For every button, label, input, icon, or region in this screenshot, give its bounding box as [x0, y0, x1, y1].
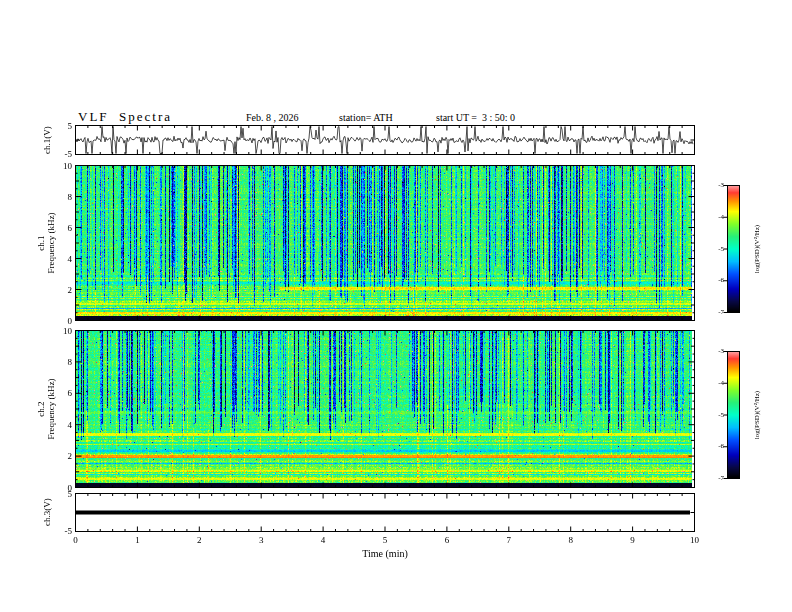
- colorbar2-tick-label: -7: [706, 474, 724, 482]
- x-tick-label: 10: [683, 535, 707, 545]
- spec2-y-tick-label: 2: [50, 451, 72, 461]
- colorbar1-tick-label: -7: [706, 308, 724, 316]
- colorbar2-tick-label: -4: [706, 379, 724, 387]
- ch1-channel-label: ch.1: [36, 212, 46, 273]
- spec1-y-tick-label: 2: [50, 285, 72, 295]
- time-axis-label: Time (min): [345, 548, 425, 559]
- x-tick-label: 1: [125, 535, 149, 545]
- spec2-y-tick-label: 6: [50, 388, 72, 398]
- x-tick-label: 4: [311, 535, 335, 545]
- spec1-y-tick-label: 10: [50, 161, 72, 171]
- colorbar1-tick-label: -5: [706, 245, 724, 253]
- colorbar2-tick-label: -5: [706, 411, 724, 419]
- spec1-y-tick-label: 0: [50, 316, 72, 326]
- spec2-y-tick-label: 4: [50, 420, 72, 430]
- x-tick-label: 7: [497, 535, 521, 545]
- spec1-y-tick-label: 4: [50, 254, 72, 264]
- colorbar1-label: log(PSD)(V²/Hz): [752, 225, 762, 273]
- ch1-ymin-label: -5: [50, 149, 72, 159]
- colorbar2-label: log(PSD)(V²/Hz): [752, 391, 762, 439]
- ch3-voltage-axis-label: ch.3(V): [42, 498, 52, 526]
- colorbar1-tick-label: -4: [706, 213, 724, 221]
- colorbar2-tick-label: -6: [706, 442, 724, 450]
- colorbar1-tick-label: -6: [706, 276, 724, 284]
- spec2-y-tick-label: 8: [50, 357, 72, 367]
- colorbar2-tick-label: -3: [706, 347, 724, 355]
- ch3-ymax-label: 5: [50, 489, 72, 499]
- x-tick-label: 3: [249, 535, 273, 545]
- spec2-y-tick-label: 10: [50, 326, 72, 336]
- ch1-ymax-label: 5: [50, 121, 72, 131]
- x-tick-label: 0: [64, 535, 88, 545]
- ch2-channel-label: ch.2: [36, 378, 46, 439]
- spec1-y-tick-label: 6: [50, 223, 72, 233]
- vlf-spectra-plot: VLF Spectra Feb. 8 , 2026 station= ATH s…: [0, 0, 792, 612]
- axes-frame-canvas: [0, 0, 792, 612]
- x-tick-label: 9: [621, 535, 645, 545]
- colorbar1-tick-label: -3: [706, 181, 724, 189]
- x-tick-label: 6: [435, 535, 459, 545]
- x-tick-label: 2: [187, 535, 211, 545]
- spec1-y-tick-label: 8: [50, 192, 72, 202]
- x-tick-label: 5: [373, 535, 397, 545]
- x-tick-label: 8: [559, 535, 583, 545]
